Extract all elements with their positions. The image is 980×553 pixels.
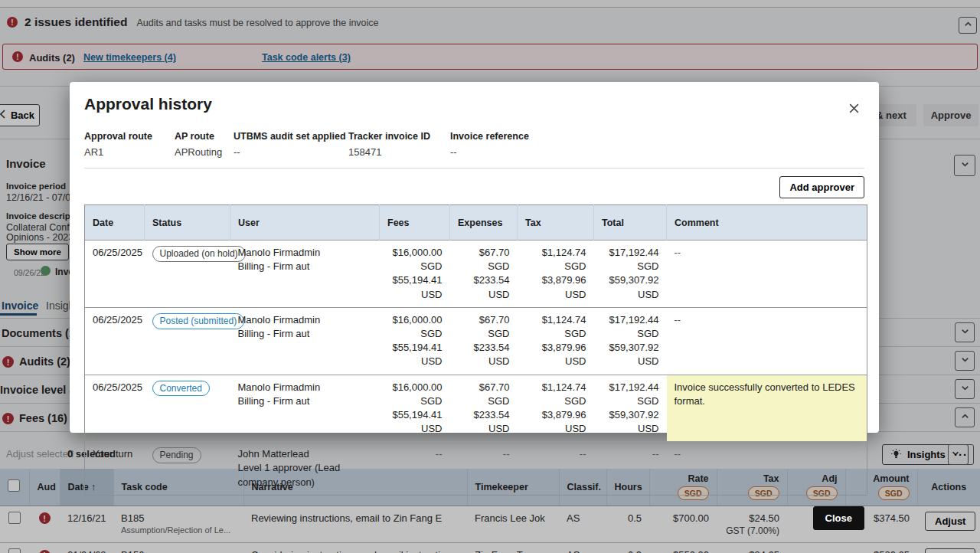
date-cell: 06/25/2025: [85, 375, 145, 442]
status-badge: Converted: [152, 381, 210, 397]
tax-sgd: $1,124.74 SGD: [525, 381, 586, 408]
total-cell: $17,192.44 SGD$59,307.92 USD: [594, 307, 667, 375]
expenses-cell: --: [450, 442, 518, 496]
approval-row: 06/25/2025 Uploaded (on hold) Manolo Fir…: [85, 241, 867, 308]
fees-sgd: $16,000.00 SGD: [387, 246, 443, 273]
comment-cell: --: [667, 241, 867, 308]
user-cell: Manolo FirmadminBilling - Firm aut: [230, 307, 380, 375]
fees-usd: $55,194.41 USD: [387, 273, 443, 301]
fees-cell: $16,000.00 SGD$55,194.41 USD: [380, 307, 450, 375]
status-badge: Uploaded (on hold): [152, 246, 246, 262]
close-label: Close: [825, 512, 852, 524]
comment-cell-highlighted: Invoice successfully converted to LEDES …: [667, 375, 867, 442]
fees-cell: $16,000.00 SGD$55,194.41 USD: [380, 375, 450, 442]
user-name: John Matterlead: [238, 447, 372, 461]
col-tax: Tax: [518, 205, 594, 241]
col-user: User: [230, 205, 380, 241]
approval-row: 06/25/2025 Converted Manolo FirmadminBil…: [85, 375, 867, 442]
fees-cell: --: [380, 442, 450, 496]
meta-value: 158471: [348, 146, 450, 158]
meta-value: --: [450, 146, 529, 158]
approval-row: 06/25/2025 Posted (submitted) Manolo Fir…: [85, 307, 867, 375]
user-cell: Manolo FirmadminBilling - Firm aut: [230, 375, 380, 442]
expenses-cell: $67.70 SGD$233.54 USD: [450, 375, 518, 442]
total-cell: --: [594, 442, 667, 496]
divider: [84, 168, 864, 169]
total-usd: $59,307.92 USD: [602, 408, 659, 436]
comment-cell: --: [667, 442, 867, 496]
approval-history-table: Date Status User Fees Expenses Tax Total…: [84, 205, 867, 496]
approval-history-modal: Approval history Approval route AR1 AP r…: [70, 82, 879, 433]
status-cell: Pending: [145, 442, 230, 496]
modal-title: Approval history: [84, 95, 864, 113]
user-role: Billing - Firm aut: [238, 394, 372, 408]
status-cell: Posted (submitted): [145, 307, 230, 375]
col-status: Status: [145, 205, 230, 241]
tax-usd: $3,879.96 USD: [525, 341, 586, 368]
meta-label: Tracker invoice ID: [348, 131, 450, 142]
tax-cell: --: [518, 442, 594, 496]
date-cell: 06/25/2025: [85, 307, 145, 375]
expenses-usd: $233.54 USD: [458, 341, 510, 368]
modal-meta: Approval route AR1 AP route APRouting UT…: [84, 131, 864, 158]
expenses-usd: $233.54 USD: [458, 408, 510, 436]
fees-sgd: $16,000.00 SGD: [387, 313, 443, 341]
col-expenses: Expenses: [450, 205, 518, 241]
status-badge: Posted (submitted): [152, 313, 245, 329]
fees-cell: $16,000.00 SGD$55,194.41 USD: [380, 241, 450, 308]
expenses-sgd: $67.70 SGD: [458, 246, 510, 273]
total-usd: $59,307.92 USD: [602, 273, 659, 301]
meta-value: APRouting: [175, 146, 234, 158]
total-usd: $59,307.92 USD: [602, 341, 659, 368]
fees-usd: $55,194.41 USD: [387, 341, 443, 368]
meta-label: UTBMS audit set applied: [234, 131, 348, 142]
close-icon: [848, 106, 861, 117]
user-cell: Manolo FirmadminBilling - Firm aut: [230, 241, 380, 308]
expenses-usd: $233.54 USD: [458, 273, 510, 301]
tax-sgd: $1,124.74 SGD: [525, 246, 586, 273]
total-sgd: $17,192.44 SGD: [602, 381, 659, 408]
meta-utbms-audit-set: UTBMS audit set applied --: [234, 131, 348, 158]
fees-sgd: $16,000.00 SGD: [387, 381, 443, 408]
total-sgd: $17,192.44 SGD: [602, 313, 659, 341]
col-fees: Fees: [380, 205, 450, 241]
tax-cell: $1,124.74 SGD$3,879.96 USD: [518, 375, 594, 442]
total-sgd: $17,192.44 SGD: [602, 246, 659, 273]
approval-header-row: Date Status User Fees Expenses Tax Total…: [85, 205, 867, 241]
comment-cell: --: [667, 307, 867, 375]
status-badge: Pending: [152, 447, 201, 463]
col-date: Date: [85, 205, 145, 241]
approval-row: Your turn Pending John MatterleadLevel 1…: [85, 442, 867, 496]
add-approver-button[interactable]: Add approver: [779, 176, 864, 198]
date-cell: 06/25/2025: [85, 241, 145, 308]
meta-approval-route: Approval route AR1: [84, 131, 175, 158]
user-name: Manolo Firmadmin: [238, 246, 372, 260]
modal-close-footer-button[interactable]: Close: [813, 506, 864, 530]
user-name: Manolo Firmadmin: [238, 313, 372, 327]
modal-close-button[interactable]: [846, 100, 862, 119]
meta-label: Approval route: [84, 131, 175, 142]
meta-invoice-reference: Invoice reference --: [450, 131, 529, 158]
meta-label: Invoice reference: [450, 131, 529, 142]
total-cell: $17,192.44 SGD$59,307.92 USD: [594, 375, 667, 442]
meta-ap-route: AP route APRouting: [175, 131, 234, 158]
user-name: Manolo Firmadmin: [238, 381, 372, 394]
meta-value: AR1: [84, 146, 175, 158]
meta-label: AP route: [175, 131, 234, 142]
expenses-sgd: $67.70 SGD: [458, 381, 510, 408]
expenses-sgd: $67.70 SGD: [458, 313, 510, 341]
expenses-cell: $67.70 SGD$233.54 USD: [450, 241, 518, 308]
meta-value: --: [234, 146, 348, 158]
user-cell: John MatterleadLevel 1 approver (Lead co…: [230, 442, 380, 496]
tax-usd: $3,879.96 USD: [525, 408, 586, 436]
fees-usd: $55,194.41 USD: [387, 408, 443, 436]
col-total: Total: [594, 205, 667, 241]
status-cell: Uploaded (on hold): [145, 241, 230, 308]
add-approver-label: Add approver: [789, 182, 854, 193]
date-cell: Your turn: [85, 442, 145, 496]
tax-cell: $1,124.74 SGD$3,879.96 USD: [518, 241, 594, 308]
tax-sgd: $1,124.74 SGD: [525, 313, 586, 341]
user-role: Billing - Firm aut: [238, 327, 372, 341]
tax-cell: $1,124.74 SGD$3,879.96 USD: [518, 307, 594, 375]
user-role: Billing - Firm aut: [238, 260, 372, 273]
